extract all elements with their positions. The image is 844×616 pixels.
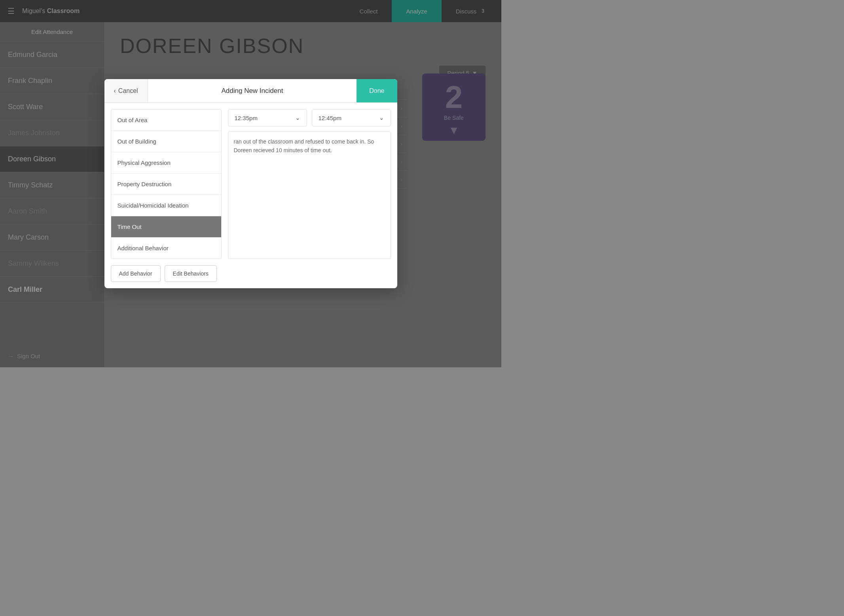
- modal-footer: Add Behavior Edit Behaviors: [104, 265, 397, 288]
- edit-behaviors-button[interactable]: Edit Behaviors: [165, 265, 217, 282]
- modal-body: Out of Area Out of Building Physical Agg…: [104, 103, 397, 265]
- modal-header: ‹ Cancel Adding New Incident Done: [104, 79, 397, 103]
- done-button[interactable]: Done: [357, 79, 397, 102]
- behavior-item-suicidal-homicidal[interactable]: Suicidal/Homicidal Ideation: [111, 195, 221, 216]
- chevron-down-icon: ⌄: [295, 114, 300, 121]
- behavior-list: Out of Area Out of Building Physical Agg…: [111, 109, 222, 259]
- chevron-down-icon: ⌄: [379, 114, 384, 121]
- behavior-item-property-destruction[interactable]: Property Destruction: [111, 174, 221, 195]
- time-row: 12:35pm ⌄ 12:45pm ⌄: [228, 109, 391, 127]
- add-incident-modal: ‹ Cancel Adding New Incident Done Out of…: [104, 79, 397, 288]
- cancel-button[interactable]: ‹ Cancel: [104, 79, 148, 102]
- modal-overlay: ‹ Cancel Adding New Incident Done Out of…: [0, 0, 501, 367]
- behavior-item-physical-aggression[interactable]: Physical Aggression: [111, 152, 221, 174]
- behavior-item-out-of-area[interactable]: Out of Area: [111, 110, 221, 131]
- behavior-item-additional-behavior[interactable]: Additional Behavior: [111, 238, 221, 259]
- back-arrow-icon: ‹: [114, 87, 116, 94]
- behavior-item-out-of-building[interactable]: Out of Building: [111, 131, 221, 152]
- end-time-select[interactable]: 12:45pm ⌄: [312, 109, 391, 127]
- modal-title: Adding New Incident: [148, 79, 357, 102]
- behavior-item-time-out[interactable]: Time Out: [111, 216, 221, 238]
- add-behavior-button[interactable]: Add Behavior: [111, 265, 161, 282]
- start-time-select[interactable]: 12:35pm ⌄: [228, 109, 307, 127]
- modal-right: 12:35pm ⌄ 12:45pm ⌄ ran out of the class…: [228, 109, 391, 259]
- notes-textarea[interactable]: ran out of the classroom and refused to …: [228, 131, 391, 259]
